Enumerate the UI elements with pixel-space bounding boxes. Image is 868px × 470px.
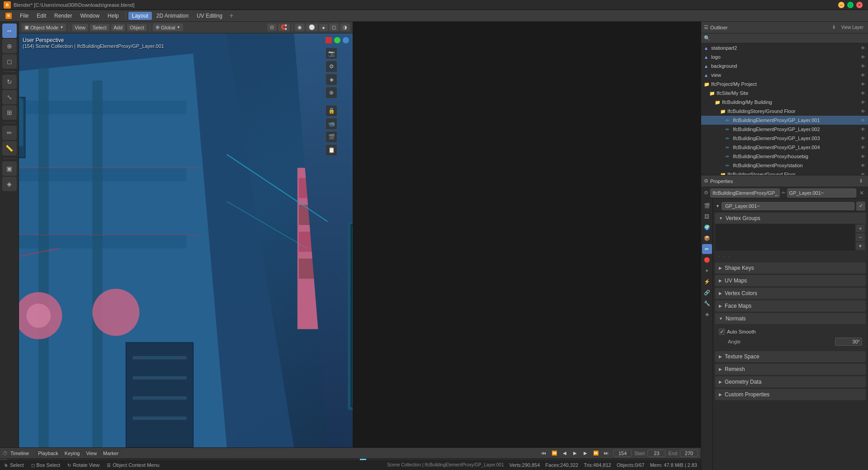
visibility-toggle[interactable]: 👁 bbox=[860, 72, 866, 78]
prop-world-icon[interactable]: 🌍 bbox=[702, 222, 712, 232]
next-keyframe-button[interactable]: ▶ bbox=[581, 449, 590, 458]
outliner-item[interactable]: ▲ stationpart2 👁 bbox=[701, 43, 868, 52]
close-button[interactable]: ✕ bbox=[856, 2, 863, 8]
auto-smooth-checkbox[interactable]: ✓ bbox=[719, 329, 725, 335]
menu-render[interactable]: Render bbox=[51, 12, 75, 20]
vertex-group-add[interactable]: + bbox=[856, 225, 865, 232]
solid-mode[interactable]: ● bbox=[319, 24, 328, 31]
outliner-search-input[interactable] bbox=[712, 36, 865, 41]
view-render-button[interactable]: 🎬 bbox=[326, 131, 337, 143]
view-menu[interactable]: View bbox=[72, 24, 88, 31]
tool-rotate[interactable]: ↻ bbox=[2, 75, 17, 89]
uv-maps-header[interactable]: ▶ UV Maps bbox=[715, 275, 866, 286]
color-dot-red[interactable] bbox=[326, 37, 332, 43]
view-overlay-button[interactable]: ◈ bbox=[326, 74, 337, 85]
playback-menu[interactable]: Playback bbox=[35, 450, 61, 457]
outliner-item[interactable]: ✏ IfcBuildingElementProxy/GP_Layer.001 👁 bbox=[701, 116, 868, 125]
menu-window[interactable]: Window bbox=[76, 12, 103, 20]
viewport-3d[interactable]: User Perspective (154) Scene Collection … bbox=[19, 33, 353, 447]
color-dot-blue[interactable] bbox=[343, 37, 349, 43]
prop-particles-icon[interactable]: ✦ bbox=[702, 266, 712, 276]
view-lock-button[interactable]: 🔒 bbox=[326, 105, 337, 117]
minimize-button[interactable]: ─ bbox=[838, 2, 844, 8]
view-settings-button[interactable]: ⚙ bbox=[326, 61, 337, 72]
normals-header[interactable]: ▼ Normals bbox=[715, 313, 866, 324]
visibility-toggle[interactable]: 👁 bbox=[860, 135, 866, 141]
first-frame-button[interactable]: ⏮ bbox=[539, 449, 548, 458]
outliner-item[interactable]: ✏ IfcBuildingElementProxy/housebig 👁 bbox=[701, 152, 868, 161]
outliner-item[interactable]: 📁 IfcBuildingStorey/Ground Floor 👁 bbox=[701, 107, 868, 116]
prev-keyframe-button[interactable]: ◀ bbox=[560, 449, 569, 458]
current-frame-field[interactable] bbox=[613, 450, 632, 457]
object-menu[interactable]: Object bbox=[127, 24, 147, 31]
outliner-item[interactable]: 📁 IfcBuilding/My Building 👁 bbox=[701, 98, 868, 107]
next-frame-button[interactable]: ⏩ bbox=[591, 449, 600, 458]
prop-renderlayer-icon[interactable]: 🖼 bbox=[702, 212, 712, 221]
prop-material-icon[interactable]: 🔴 bbox=[702, 255, 712, 265]
shape-keys-header[interactable]: ▶ Shape Keys bbox=[715, 263, 866, 273]
tool-annotate[interactable]: ✏ bbox=[2, 126, 17, 140]
workspace-2d-animation[interactable]: 2D Animation bbox=[153, 12, 192, 20]
maximize-button[interactable]: □ bbox=[847, 2, 854, 8]
visibility-toggle[interactable]: 👁 bbox=[860, 144, 866, 150]
menu-file[interactable]: File bbox=[16, 12, 32, 20]
face-maps-header[interactable]: ▶ Face Maps bbox=[715, 301, 866, 311]
mode-selector[interactable]: ▣ Object Mode ▼ bbox=[22, 24, 66, 31]
vertex-groups-header[interactable]: ▼ Vertex Groups bbox=[715, 213, 866, 224]
outliner-item[interactable]: ✏ IfcBuildingElementProxy/station 👁 bbox=[701, 161, 868, 170]
tool-add-object[interactable]: ◈ bbox=[2, 177, 17, 191]
play-button[interactable]: ▶ bbox=[571, 449, 580, 458]
workspace-layout[interactable]: Layout bbox=[128, 12, 152, 20]
texture-space-header[interactable]: ▶ Texture Space bbox=[715, 351, 866, 362]
color-dot-green[interactable] bbox=[334, 37, 340, 43]
select-menu[interactable]: Select bbox=[90, 24, 109, 31]
active-object-field[interactable] bbox=[710, 188, 780, 197]
prop-modifiers-icon[interactable]: 🔧 bbox=[702, 298, 712, 308]
visibility-toggle[interactable]: 👁 bbox=[860, 90, 866, 96]
gp-layer-input[interactable] bbox=[722, 202, 854, 210]
outliner-item[interactable]: ▲ logo 👁 bbox=[701, 52, 868, 61]
outliner-filter-button[interactable]: ⬇ bbox=[830, 23, 839, 32]
view-camera-button[interactable]: 📷 bbox=[326, 47, 337, 59]
prop-shader-icon[interactable]: ◈ bbox=[702, 309, 712, 319]
prop-constraints-icon[interactable]: 🔗 bbox=[702, 287, 712, 297]
visibility-toggle[interactable]: 👁 bbox=[860, 45, 866, 51]
vertex-colors-header[interactable]: ▶ Vertex Colors bbox=[715, 288, 866, 299]
tool-transform[interactable]: ⊞ bbox=[2, 105, 17, 120]
vertex-group-more[interactable]: ▾ bbox=[856, 242, 865, 250]
add-workspace-button[interactable]: + bbox=[227, 11, 236, 20]
visibility-toggle[interactable]: 👁 bbox=[860, 153, 866, 160]
outliner-item[interactable]: 📁 IfcBuildingStorey/Ground Floor 👁 bbox=[701, 170, 868, 175]
visibility-toggle[interactable]: 👁 bbox=[860, 99, 866, 105]
menu-edit[interactable]: Edit bbox=[33, 12, 50, 20]
view-gizmo-button[interactable]: ⊕ bbox=[326, 87, 337, 99]
view-camera-lock[interactable]: 📹 bbox=[326, 118, 337, 130]
outliner-item[interactable]: ▲ view 👁 bbox=[701, 70, 868, 80]
end-frame-field[interactable] bbox=[680, 450, 698, 457]
vertex-group-remove[interactable]: − bbox=[856, 233, 865, 241]
menu-help[interactable]: Help bbox=[104, 12, 123, 20]
snap-toggle[interactable]: 🧲 bbox=[278, 24, 290, 31]
visibility-toggle[interactable]: 👁 bbox=[860, 108, 866, 114]
workspace-uv-editing[interactable]: UV Editing bbox=[193, 12, 226, 20]
tool-select-box[interactable]: ◻ bbox=[2, 54, 17, 69]
visibility-toggle[interactable]: 👁 bbox=[860, 81, 866, 87]
rendered-mode[interactable]: ⚪ bbox=[306, 24, 318, 31]
remesh-header[interactable]: ▶ Remesh bbox=[715, 364, 866, 375]
tool-measure[interactable]: 📏 bbox=[2, 141, 17, 155]
visibility-toggle[interactable]: 👁 bbox=[860, 117, 866, 123]
tool-cursor[interactable]: ⊕ bbox=[2, 39, 17, 53]
prop-object-icon[interactable]: 📦 bbox=[702, 233, 712, 243]
marker-menu[interactable]: Marker bbox=[100, 450, 121, 457]
material-preview[interactable]: ◑ bbox=[340, 24, 350, 31]
start-frame-field[interactable] bbox=[647, 450, 665, 457]
outliner-item[interactable]: ▲ background 👁 bbox=[701, 61, 868, 70]
gp-layer-check[interactable]: ✓ bbox=[856, 202, 865, 211]
view-menu-timeline[interactable]: View bbox=[83, 450, 99, 457]
properties-filter[interactable]: ⬇ bbox=[856, 177, 865, 186]
menu-blender[interactable]: B bbox=[2, 12, 15, 20]
add-menu[interactable]: Add bbox=[111, 24, 126, 31]
tool-add-cube[interactable]: ▣ bbox=[2, 161, 17, 176]
geometry-data-header[interactable]: ▶ Geometry Data bbox=[715, 376, 866, 387]
outliner-view-layer-button[interactable]: View Layer bbox=[840, 24, 865, 31]
